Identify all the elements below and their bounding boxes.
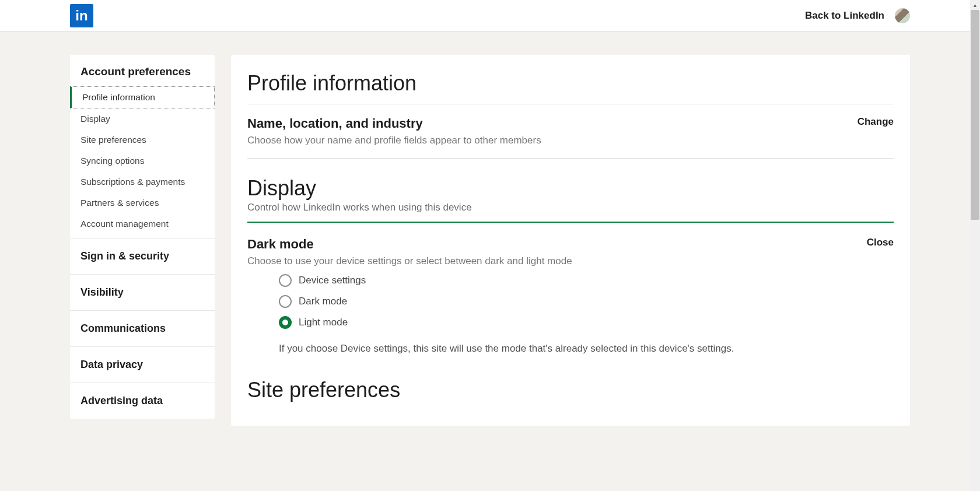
scroll-up-arrow-icon[interactable]: ▴ — [970, 0, 980, 10]
radio-icon-selected — [279, 316, 292, 329]
section-subtitle-display: Control how LinkedIn works when using th… — [247, 202, 894, 213]
setting-desc-dark-mode: Choose to use your device settings or se… — [247, 255, 572, 267]
scrollbar-thumb[interactable] — [971, 10, 979, 220]
radio-label: Light mode — [299, 317, 348, 328]
divider — [247, 104, 894, 104]
radio-device-settings[interactable]: Device settings — [279, 274, 894, 287]
setting-title-dark-mode: Dark mode — [247, 237, 572, 252]
linkedin-logo[interactable]: in — [70, 4, 93, 27]
settings-content: Profile information Name, location, and … — [231, 55, 910, 426]
sidebar-item-display[interactable]: Display — [70, 108, 215, 129]
setting-title: Name, location, and industry — [247, 116, 541, 131]
avatar[interactable] — [895, 8, 910, 23]
sidebar-item-subscriptions-payments[interactable]: Subscriptions & payments — [70, 171, 215, 192]
sidebar-section-advertising-data[interactable]: Advertising data — [70, 383, 215, 419]
change-link[interactable]: Change — [858, 116, 894, 128]
sidebar-subitems: Profile information Display Site prefere… — [70, 86, 215, 239]
radio-label: Dark mode — [299, 296, 347, 307]
divider-active — [247, 222, 894, 223]
radio-dark-mode[interactable]: Dark mode — [279, 295, 894, 308]
sidebar-section-visibility[interactable]: Visibility — [70, 275, 215, 311]
section-title-profile-information: Profile information — [247, 71, 894, 96]
radio-icon — [279, 295, 292, 308]
header-right: Back to LinkedIn — [805, 8, 910, 23]
sidebar-item-account-management[interactable]: Account management — [70, 213, 215, 234]
settings-sidebar: Account preferences Profile information … — [70, 55, 215, 419]
setting-row-dark-mode: Dark mode Choose to use your device sett… — [247, 237, 894, 267]
sidebar-section-communications[interactable]: Communications — [70, 311, 215, 347]
setting-text: Dark mode Choose to use your device sett… — [247, 237, 572, 267]
radio-icon — [279, 274, 292, 287]
section-title-display: Display — [247, 176, 894, 201]
back-to-linkedin-link[interactable]: Back to LinkedIn — [805, 10, 884, 22]
radio-label: Device settings — [299, 275, 366, 286]
dark-mode-radio-group: Device settings Dark mode Light mode — [279, 274, 894, 329]
radio-light-mode[interactable]: Light mode — [279, 316, 894, 329]
setting-desc: Choose how your name and profile fields … — [247, 135, 541, 146]
main-layout: Account preferences Profile information … — [0, 31, 980, 426]
sidebar-section-data-privacy[interactable]: Data privacy — [70, 347, 215, 383]
header: in Back to LinkedIn — [0, 0, 980, 31]
sidebar-item-partners-services[interactable]: Partners & services — [70, 192, 215, 213]
dark-mode-note: If you choose Device settings, this site… — [279, 343, 894, 355]
sidebar-item-profile-information[interactable]: Profile information — [70, 86, 215, 108]
setting-row-name-location-industry: Name, location, and industry Choose how … — [247, 116, 894, 159]
sidebar-section-sign-in-security[interactable]: Sign in & security — [70, 239, 215, 275]
sidebar-item-syncing-options[interactable]: Syncing options — [70, 150, 215, 171]
section-title-site-preferences: Site preferences — [247, 378, 894, 402]
setting-text: Name, location, and industry Choose how … — [247, 116, 541, 146]
scrollbar[interactable]: ▴ — [970, 0, 980, 426]
close-link[interactable]: Close — [867, 237, 894, 248]
sidebar-section-account-preferences[interactable]: Account preferences — [70, 55, 215, 86]
sidebar-item-site-preferences[interactable]: Site preferences — [70, 129, 215, 150]
